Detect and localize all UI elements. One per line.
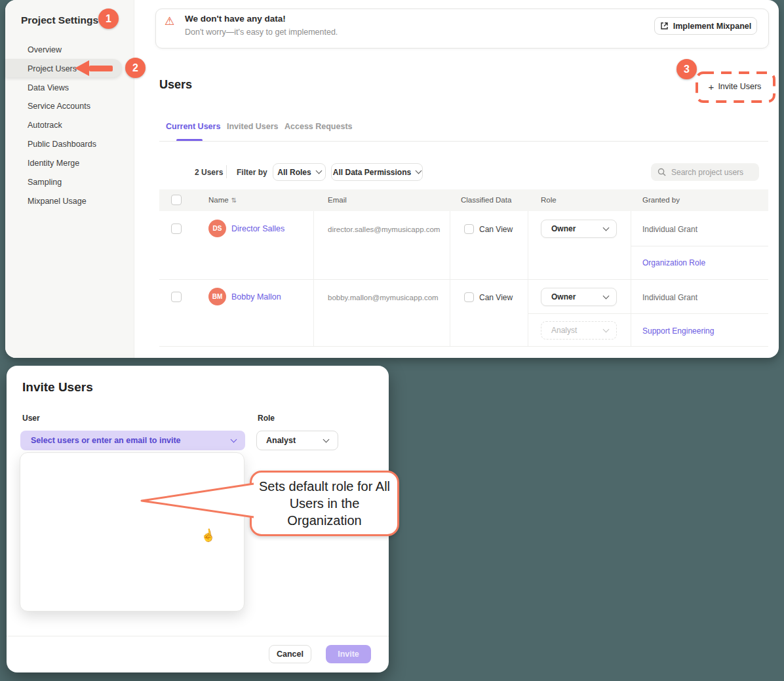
role-select[interactable]: Owner	[541, 288, 617, 306]
sidebar-title: Project Settings	[21, 14, 98, 26]
dialog-role-value: Analyst	[266, 436, 296, 445]
invite-users-label: Invite Users	[718, 82, 761, 91]
banner-subtitle: Don't worry—it's easy to get implemented…	[185, 28, 338, 37]
role-select-disabled: Analyst	[541, 321, 617, 340]
implement-mixpanel-button[interactable]: Implement Mixpanel	[654, 17, 757, 35]
external-link-icon	[660, 22, 669, 30]
sidebar-item-public-dashboards[interactable]: Public Dashboards	[28, 140, 96, 149]
warning-icon: ⚠	[165, 14, 174, 28]
callout-badge-1: 1	[98, 9, 119, 29]
tab-invited-users[interactable]: Invited Users	[227, 122, 279, 131]
chevron-down-icon	[416, 168, 422, 174]
can-view-checkbox[interactable]	[464, 292, 474, 302]
sidebar-item-autotrack[interactable]: Autotrack	[28, 121, 62, 130]
sidebar-item-identity-merge[interactable]: Identity Merge	[28, 159, 79, 168]
filter-by-label: Filter by	[237, 168, 267, 177]
dialog-footer-divider	[7, 636, 389, 636]
column-role: Role	[541, 196, 557, 204]
tabs-divider	[159, 141, 768, 142]
granted-sub-divider	[528, 313, 768, 314]
sidebar-item-sampling[interactable]: Sampling	[28, 178, 62, 187]
user-name-link[interactable]: Bobby Mallon	[231, 292, 281, 302]
can-view-label: Can View	[479, 293, 513, 302]
all-data-permissions-filter[interactable]: All Data Permissions	[331, 163, 423, 181]
avatar: BM	[208, 288, 226, 305]
column-name[interactable]: Name⇅	[208, 196, 237, 204]
tab-access-requests[interactable]: Access Requests	[284, 122, 353, 131]
granted-by-value: Individual Grant	[642, 293, 697, 302]
dialog-title: Invite Users	[22, 380, 93, 395]
column-divider	[450, 211, 450, 346]
sidebar-item-service-accounts[interactable]: Service Accounts	[28, 102, 90, 111]
callout-bubble: Sets default role for All Users in the O…	[250, 471, 399, 536]
all-roles-filter[interactable]: All Roles	[273, 163, 326, 181]
chevron-down-icon	[315, 168, 322, 174]
chevron-down-icon	[231, 436, 237, 442]
select-all-checkbox[interactable]	[171, 195, 182, 205]
user-field-label: User	[22, 414, 40, 423]
screenshot-canvas: Project Settings Overview Project Users …	[0, 0, 784, 681]
support-engineering-link[interactable]: Support Engineering	[642, 326, 714, 336]
column-classified: Classified Data	[461, 196, 511, 204]
chevron-down-icon	[603, 292, 610, 299]
sidebar-item-data-views[interactable]: Data Views	[28, 83, 69, 92]
implement-mixpanel-label: Implement Mixpanel	[673, 22, 751, 31]
column-divider	[528, 211, 528, 346]
column-name-label: Name	[208, 196, 229, 204]
role-field-label: Role	[258, 414, 275, 423]
all-roles-label: All Roles	[277, 168, 311, 177]
tab-current-users[interactable]: Current Users	[166, 122, 220, 131]
user-name-link[interactable]: Director Salles	[231, 224, 284, 233]
column-divider	[631, 211, 631, 346]
can-view-checkbox[interactable]	[464, 224, 474, 234]
granted-by-value: Individual Grant	[642, 225, 697, 234]
dialog-role-select[interactable]: Analyst	[256, 431, 338, 450]
row-checkbox[interactable]	[171, 292, 182, 302]
cancel-button[interactable]: Cancel	[269, 645, 311, 663]
user-count: 2 Users	[195, 168, 223, 177]
role-value: Owner	[551, 292, 576, 302]
user-select-value: Select users or enter an email to invite	[31, 436, 181, 445]
search-project-users-input[interactable]	[671, 168, 750, 177]
row-checkbox[interactable]	[171, 224, 182, 234]
filter-divider	[226, 165, 227, 178]
plus-icon: +	[709, 81, 715, 92]
sidebar-item-project-users[interactable]: Project Users	[28, 64, 77, 73]
user-email: director.salles@mymusicapp.com	[328, 225, 440, 233]
sort-icon: ⇅	[231, 197, 237, 204]
column-divider	[313, 211, 314, 346]
granted-sub-divider	[631, 246, 768, 246]
chevron-down-icon	[603, 224, 610, 231]
column-email: Email	[328, 196, 347, 204]
column-granted-by: Granted by	[642, 196, 680, 204]
invite-users-button[interactable]: + Invite Users	[699, 79, 771, 94]
user-email: bobby.mallon@mymusicapp.com	[328, 294, 439, 302]
user-select[interactable]: Select users or enter an email to invite	[20, 431, 245, 450]
callout-bubble-tail	[134, 469, 259, 541]
organization-role-link[interactable]: Organization Role	[642, 258, 705, 267]
role-value: Owner	[551, 224, 576, 233]
search-project-users[interactable]	[651, 163, 759, 181]
callout-badge-3: 3	[676, 59, 697, 79]
can-view-label: Can View	[479, 225, 513, 234]
users-heading: Users	[159, 78, 192, 92]
row-divider	[159, 279, 768, 280]
all-data-permissions-label: All Data Permissions	[333, 168, 411, 177]
chevron-down-icon	[603, 326, 610, 332]
settings-sidebar	[5, 0, 134, 358]
sidebar-item-overview[interactable]: Overview	[28, 45, 62, 54]
table-bottom-border	[159, 346, 768, 347]
search-icon	[657, 168, 666, 176]
chevron-down-icon	[323, 436, 330, 442]
sidebar-item-mixpanel-usage[interactable]: Mixpanel Usage	[28, 197, 87, 206]
role-value: Analyst	[551, 326, 577, 335]
invite-submit-button[interactable]: Invite	[326, 645, 371, 663]
avatar: DS	[208, 220, 226, 237]
callout-arrow-icon	[75, 60, 113, 76]
banner-title: We don't have any data!	[185, 14, 286, 24]
callout-badge-2: 2	[125, 58, 146, 78]
role-select[interactable]: Owner	[541, 220, 617, 238]
